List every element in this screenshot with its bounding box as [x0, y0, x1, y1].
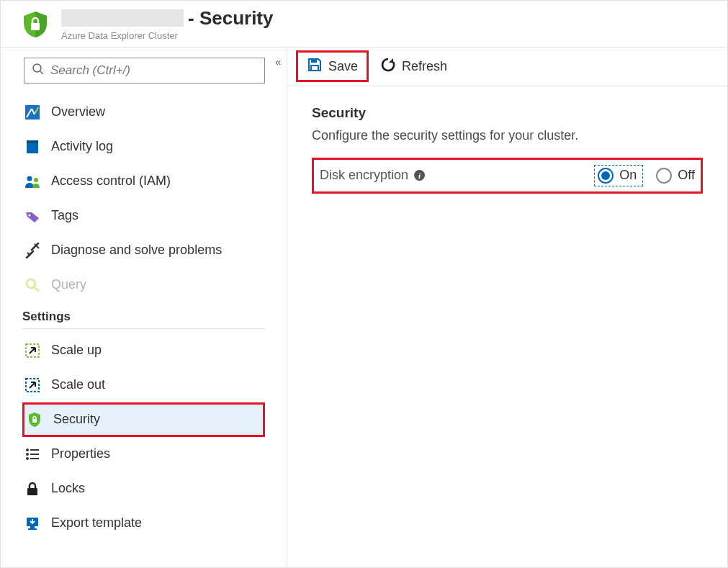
svg-point-21 — [26, 457, 29, 460]
svg-point-1 — [33, 64, 41, 72]
access-control-icon — [24, 173, 41, 190]
svg-point-19 — [26, 453, 29, 456]
refresh-button-label: Refresh — [402, 59, 447, 74]
svg-rect-28 — [311, 66, 318, 71]
cluster-shield-icon — [21, 10, 50, 39]
page-title: - Security — [61, 8, 274, 29]
section-description: Configure the security settings for your… — [312, 128, 703, 143]
toolbar: Save Refresh — [287, 48, 727, 86]
svg-rect-26 — [28, 528, 37, 530]
sidebar-item-scale-out[interactable]: Scale out — [22, 368, 265, 402]
activity-log-icon — [24, 138, 41, 155]
sidebar-item-label: Query — [51, 277, 86, 292]
svg-rect-0 — [31, 23, 40, 30]
refresh-button[interactable]: Refresh — [372, 51, 456, 81]
sidebar-item-label: Locks — [51, 481, 85, 496]
section-heading: Security — [312, 105, 703, 121]
svg-rect-27 — [311, 59, 317, 63]
search-icon — [32, 63, 45, 78]
svg-rect-22 — [30, 458, 39, 459]
page-title-suffix: - Security — [188, 8, 274, 29]
save-button-label: Save — [328, 59, 358, 74]
svg-rect-8 — [27, 140, 38, 143]
resource-type-label: Azure Data Explorer Cluster — [61, 30, 274, 41]
svg-point-11 — [29, 214, 31, 216]
overview-icon — [24, 104, 41, 121]
main-pane: Save Refresh Security Configure the secu… — [287, 48, 727, 567]
sidebar-group-settings: Settings — [22, 302, 265, 329]
sidebar: « — [1, 48, 287, 567]
info-icon[interactable]: i — [414, 170, 425, 181]
sidebar-item-security[interactable]: Security — [22, 402, 265, 437]
svg-line-13 — [35, 287, 39, 292]
sidebar-search[interactable] — [24, 58, 265, 84]
tags-icon — [24, 207, 41, 225]
content-area: Security Configure the security settings… — [287, 86, 727, 212]
svg-rect-25 — [30, 526, 35, 528]
radio-label: Off — [678, 168, 695, 183]
svg-rect-16 — [32, 419, 37, 423]
scale-out-icon — [24, 377, 41, 394]
disk-encryption-label: Disk encryption i — [320, 168, 594, 183]
sidebar-item-label: Properties — [51, 446, 110, 461]
svg-point-12 — [27, 279, 35, 288]
sidebar-item-activity-log[interactable]: Activity log — [22, 130, 265, 164]
sidebar-item-label: Tags — [51, 208, 78, 223]
search-input[interactable] — [45, 63, 257, 78]
export-template-icon — [24, 515, 41, 532]
page-header: - Security Azure Data Explorer Cluster — [1, 1, 727, 48]
sidebar-item-label: Diagnose and solve problems — [51, 243, 222, 258]
shield-icon — [26, 411, 43, 428]
svg-point-17 — [26, 448, 29, 451]
save-button[interactable]: Save — [296, 50, 369, 82]
disk-encryption-off[interactable]: Off — [656, 168, 695, 184]
disk-encryption-radio-group: On Off — [594, 165, 695, 186]
svg-rect-20 — [30, 454, 39, 455]
svg-point-9 — [27, 176, 32, 181]
sidebar-item-label: Security — [53, 412, 100, 427]
sidebar-item-export-template[interactable]: Export template — [22, 506, 265, 541]
cluster-name-redacted — [61, 9, 184, 27]
sidebar-item-label: Access control (IAM) — [51, 173, 171, 189]
svg-point-10 — [34, 178, 38, 182]
svg-rect-18 — [30, 449, 39, 451]
properties-icon — [24, 446, 41, 463]
lock-icon — [24, 480, 41, 497]
sidebar-item-label: Scale out — [51, 377, 105, 392]
sidebar-item-label: Activity log — [51, 139, 113, 154]
sidebar-item-label: Scale up — [51, 343, 102, 358]
sidebar-item-access-control[interactable]: Access control (IAM) — [22, 164, 265, 199]
svg-rect-23 — [27, 488, 37, 495]
sidebar-item-properties[interactable]: Properties — [22, 437, 265, 472]
query-icon — [24, 276, 41, 294]
sidebar-item-scale-up[interactable]: Scale up — [22, 333, 265, 368]
radio-icon — [598, 168, 614, 184]
sidebar-item-query[interactable]: Query — [22, 268, 265, 302]
sidebar-item-label: Export template — [51, 515, 142, 531]
sidebar-item-diagnose[interactable]: Diagnose and solve problems — [22, 233, 265, 268]
refresh-icon — [380, 57, 396, 76]
sidebar-item-overview[interactable]: Overview — [22, 95, 265, 130]
radio-label: On — [619, 168, 637, 183]
disk-encryption-on[interactable]: On — [594, 165, 643, 186]
sidebar-item-label: Overview — [51, 104, 105, 120]
svg-line-2 — [40, 71, 43, 74]
app-root: - Security Azure Data Explorer Cluster « — [0, 0, 728, 568]
scale-up-icon — [24, 342, 41, 359]
diagnose-icon — [24, 242, 41, 259]
sidebar-item-locks[interactable]: Locks — [22, 472, 265, 506]
sidebar-item-tags[interactable]: Tags — [22, 199, 265, 233]
disk-encryption-row: Disk encryption i On Off — [312, 158, 703, 194]
radio-icon — [656, 168, 672, 184]
save-icon — [307, 57, 323, 76]
collapse-sidebar-icon[interactable]: « — [275, 56, 277, 68]
